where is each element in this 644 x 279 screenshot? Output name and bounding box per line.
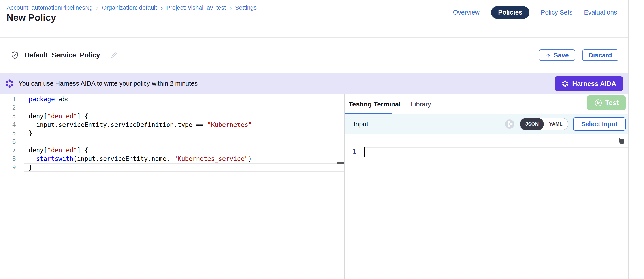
save-button[interactable]: Save — [539, 50, 575, 61]
line-number: 9 — [0, 163, 24, 172]
branch-circle-icon — [504, 119, 515, 129]
line-number: 4 — [0, 121, 24, 129]
breadcrumb-project[interactable]: Project: vishal_av_test — [166, 4, 226, 11]
policy-bar: Default_Service_Policy Save — [0, 38, 628, 73]
policy-actions: Save Discard — [539, 50, 618, 61]
tab-policies[interactable]: Policies — [491, 6, 530, 19]
line-number: 8 — [0, 155, 24, 163]
harness-aida-button[interactable]: Harness AIDA — [554, 76, 623, 91]
testing-panel: Testing Terminal Library Test Input — [345, 94, 628, 279]
breadcrumb-account[interactable]: Account: automationPipelinesNg — [6, 4, 93, 11]
code-line[interactable]: 6 — [0, 138, 344, 146]
page-title: New Policy — [6, 12, 56, 23]
input-line-number: 1 — [345, 148, 364, 156]
content-area: Account: automationPipelinesNg › Organiz… — [0, 0, 628, 279]
line-number: 1 — [0, 95, 24, 104]
input-editor[interactable]: 1 — [345, 134, 628, 279]
line-number: 5 — [0, 129, 24, 138]
code-text: } — [24, 163, 344, 172]
format-toggle: JSON YAML — [520, 118, 568, 130]
code-line[interactable]: 5 } — [0, 129, 344, 138]
tab-overview[interactable]: Overview — [453, 9, 480, 16]
test-button-label: Test — [605, 99, 618, 107]
code-line[interactable]: 7 deny["denied"] { — [0, 146, 344, 155]
code-text: } — [24, 129, 344, 138]
content-edge-divider — [628, 0, 628, 279]
code-line[interactable]: 4 input.serviceEntity.serviceDefinition.… — [0, 121, 344, 129]
code-line[interactable]: 3 deny["denied"] { — [0, 112, 344, 121]
shield-check-icon — [10, 51, 19, 60]
header-nav-tabs: Overview Policies Policy Sets Evaluation… — [453, 6, 617, 19]
tab-policy-sets[interactable]: Policy Sets — [541, 9, 572, 16]
breadcrumb: Account: automationPipelinesNg › Organiz… — [6, 4, 257, 11]
code-line[interactable]: 1 package abc — [0, 95, 344, 104]
code-line-current[interactable]: 9 } — [0, 163, 344, 172]
line-number: 2 — [0, 104, 24, 112]
code-text: package abc — [24, 95, 344, 104]
chevron-right-icon: › — [230, 5, 232, 11]
overview-ruler-cursor-mark — [337, 162, 344, 164]
input-header: Input — [345, 114, 628, 134]
policy-code-editor[interactable]: 1 package abc 2 3 deny["denied"] { 4 inp… — [0, 94, 344, 279]
aida-banner: You can use Harness AIDA to write your p… — [0, 73, 628, 94]
policy-title-group: Default_Service_Policy — [10, 51, 118, 60]
edit-pencil-icon[interactable] — [110, 52, 118, 59]
line-number: 7 — [0, 146, 24, 155]
main-split: 1 package abc 2 3 deny["denied"] { 4 inp… — [0, 94, 628, 279]
tab-library[interactable]: Library — [411, 100, 431, 108]
breadcrumb-organization[interactable]: Organization: default — [102, 4, 157, 11]
code-line[interactable]: 2 — [0, 104, 344, 112]
format-option-yaml[interactable]: YAML — [544, 118, 568, 130]
select-input-button[interactable]: Select Input — [573, 118, 626, 131]
code-line[interactable]: 8 startswith(input.serviceEntity.name, "… — [0, 155, 344, 163]
input-label: Input — [354, 120, 368, 128]
testing-panel-tabs: Testing Terminal Library Test — [345, 94, 628, 114]
code-text — [24, 138, 344, 146]
format-option-json[interactable]: JSON — [520, 118, 544, 130]
breadcrumb-settings[interactable]: Settings — [235, 4, 257, 11]
tab-testing-terminal[interactable]: Testing Terminal — [349, 100, 401, 108]
tab-evaluations[interactable]: Evaluations — [584, 9, 617, 16]
chevron-right-icon: › — [160, 5, 163, 11]
code-text: startswith(input.serviceEntity.name, "Ku… — [24, 155, 344, 163]
test-button[interactable]: Test — [587, 95, 626, 110]
code-text — [24, 104, 344, 112]
input-current-line — [364, 148, 628, 156]
input-editor-line[interactable]: 1 — [345, 148, 628, 156]
discard-button[interactable]: Discard — [582, 50, 618, 61]
play-circle-icon — [594, 99, 602, 107]
policy-name: Default_Service_Policy — [25, 51, 100, 59]
aida-banner-message: You can use Harness AIDA to write your p… — [18, 80, 198, 87]
discard-button-label: Discard — [588, 52, 612, 59]
aida-flower-icon — [562, 80, 569, 88]
save-button-label: Save — [554, 52, 569, 59]
copy-icon[interactable] — [617, 136, 626, 145]
text-cursor — [364, 147, 365, 158]
aida-flower-icon — [5, 79, 14, 88]
active-tab-underline — [345, 112, 392, 114]
input-header-controls: JSON YAML Select Input — [504, 118, 626, 131]
harness-aida-button-label: Harness AIDA — [572, 80, 616, 88]
chevron-right-icon: › — [96, 5, 98, 11]
line-number: 3 — [0, 112, 24, 121]
code-text: input.serviceEntity.serviceDefinition.ty… — [24, 121, 344, 129]
page-header: Account: automationPipelinesNg › Organiz… — [0, 0, 628, 38]
code-text: deny["denied"] { — [24, 146, 344, 155]
policy-editor-page: Account: automationPipelinesNg › Organiz… — [0, 0, 644, 279]
upload-arrow-icon — [545, 52, 551, 58]
line-number: 6 — [0, 138, 24, 146]
code-text: deny["denied"] { — [24, 112, 344, 121]
